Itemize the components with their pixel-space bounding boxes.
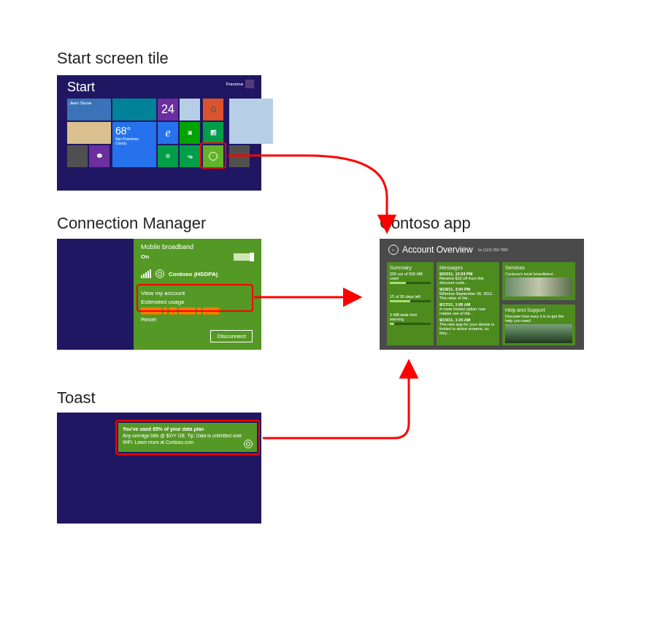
tile-ie[interactable]: e — [158, 122, 178, 144]
tile-video[interactable] — [229, 145, 250, 167]
start-screen-panel: Start Francine Jean Stone 24 🎧 68° San F… — [57, 75, 261, 191]
label-toast: Toast — [57, 388, 96, 407]
tile-xbox[interactable]: ▣ — [180, 122, 200, 144]
toast-title: You've used 65% of your data plan — [123, 426, 253, 432]
tile-music[interactable]: 🎧 — [203, 99, 223, 120]
ie-icon: e — [165, 126, 170, 139]
tile-finance[interactable]: 📊 — [203, 122, 223, 144]
col-messages: Messages 9/22/11, 12:03 PM Receive $10 o… — [437, 262, 499, 345]
app-header-title: Account Overview — [402, 245, 473, 255]
bag-icon: 🛍 — [188, 154, 193, 159]
contoso-ring-icon — [209, 152, 218, 161]
tile-mail[interactable]: Jean Stone — [67, 99, 111, 120]
carrier-ring-icon — [155, 269, 164, 278]
tile-calendar[interactable]: 24 — [158, 99, 178, 120]
start-user-name: Francine — [226, 82, 243, 86]
tile-store[interactable] — [112, 99, 156, 120]
help-image — [505, 324, 572, 343]
conn-heading: Mobile broadband — [141, 243, 193, 250]
help-title: Help and Support — [505, 307, 572, 313]
services-title: Services — [505, 265, 572, 270]
xbox-icon: ▣ — [188, 130, 193, 136]
label-contoso-app: Contoso app — [380, 214, 471, 233]
msg3-body: A more limited option now makes use of t… — [439, 307, 496, 315]
start-user[interactable]: Francine — [226, 80, 254, 88]
back-arrow-icon[interactable]: ← — [388, 245, 399, 255]
summary-line2: 15 of 30 days left — [390, 294, 431, 299]
summary-line1: 200 out of 500 MB used — [390, 272, 431, 280]
arrow-toast-to-app — [263, 362, 409, 438]
conn-reset[interactable]: Reset — [141, 316, 156, 323]
conn-left-bg — [57, 239, 134, 350]
tile-store-2[interactable]: 🛍 — [180, 145, 200, 167]
msg1-body: Receive $10 off from this discount code… — [439, 276, 496, 285]
conn-flyout: Mobile broadband On Contoso (HSDPA) View… — [134, 239, 261, 350]
tile-photo-large[interactable] — [229, 99, 273, 144]
tile-weather-cond: Cloudy — [115, 141, 127, 145]
windows-icon: ⊞ — [166, 153, 170, 159]
services-body: Contoso's local broadband… — [505, 272, 572, 276]
summary-bar1 — [390, 282, 431, 284]
tile-mail-text: Jean Stone — [69, 101, 91, 105]
tile-contoso[interactable] — [203, 145, 223, 167]
contoso-app-panel: ← Account Overview for (123) 456-7890 Su… — [380, 239, 584, 350]
connection-manager-panel: Mobile broadband On Contoso (HSDPA) View… — [57, 239, 261, 350]
conn-view-account[interactable]: View my account — [141, 290, 185, 296]
app-header: ← Account Overview for (123) 456-7890 — [388, 245, 508, 255]
conn-state: On — [141, 253, 149, 260]
headphones-icon: 🎧 — [210, 107, 217, 112]
summary-bar3 — [390, 323, 431, 325]
col-help: Help and Support Discover how easy it is… — [502, 304, 575, 345]
tile-photo-2[interactable] — [67, 122, 111, 144]
messages-title: Messages — [439, 265, 496, 270]
summary-bar2 — [390, 300, 431, 302]
toast-notification[interactable]: You've used 65% of your data plan Any ov… — [118, 423, 257, 452]
col-summary: Summary 200 out of 500 MB used 15 of 30 … — [387, 262, 434, 345]
msg2-body: Effective September 30, 2011. The rates … — [439, 291, 496, 300]
tile-photo-3[interactable] — [67, 145, 88, 167]
toast-panel: You've used 65% of your data plan Any ov… — [57, 413, 261, 524]
tile-messaging[interactable]: 💬 — [89, 145, 110, 167]
tile-weather[interactable]: 68° San Francisco Cloudy — [112, 122, 156, 167]
conn-usage-details: █████ █ ██ ████ █ ████ — [141, 307, 219, 314]
tile-weather-temp: 68° — [115, 125, 131, 137]
avatar-icon — [245, 80, 254, 88]
tile-calendar-number: 24 — [161, 103, 174, 116]
conn-network-name: Contoso (HSDPA) — [169, 271, 218, 277]
tile-photo-1[interactable] — [180, 99, 200, 120]
app-header-phone: for (123) 456-7890 — [478, 248, 508, 252]
chat-icon: 💬 — [96, 153, 103, 159]
toast-body: Any overage bills @ $X/Y GB. Tip: Data i… — [123, 433, 253, 445]
conn-toggle[interactable] — [234, 253, 254, 261]
disconnect-button[interactable]: Disconnect — [210, 330, 253, 342]
tile-windows[interactable]: ⊞ — [158, 145, 178, 167]
start-title: Start — [67, 80, 95, 95]
help-body: Discover how easy it is to get the help … — [505, 314, 572, 323]
conn-estimated-usage[interactable]: Estimated usage — [141, 299, 185, 305]
signal-bars-icon — [141, 269, 151, 278]
label-connection-manager: Connection Manager — [57, 214, 206, 233]
summary-title: Summary — [390, 265, 431, 270]
msg4-body: The new app for your device is limited t… — [439, 322, 496, 335]
col-services: Services Contoso's local broadband… — [502, 262, 575, 300]
toast-ring-icon — [244, 440, 253, 448]
label-start-screen-tile: Start screen tile — [57, 49, 169, 68]
chart-icon: 📊 — [210, 130, 217, 136]
summary-line3: 2 MB wide limit warning — [390, 313, 431, 321]
services-image — [505, 277, 572, 296]
